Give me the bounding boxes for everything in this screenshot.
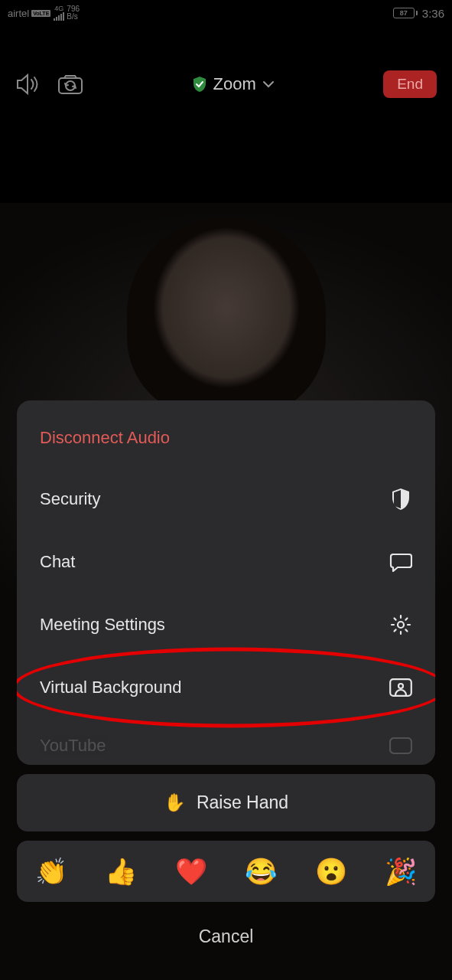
menu-item-label: Disconnect Audio xyxy=(40,428,170,448)
raised-hand-icon: ✋ xyxy=(164,792,186,813)
reaction-heart[interactable]: ❤️ xyxy=(175,856,207,887)
reaction-joy[interactable]: 😂 xyxy=(245,856,277,887)
menu-item-label: Chat xyxy=(40,552,75,572)
reactions-bar: 👏 👍 ❤️ 😂 😮 🎉 xyxy=(17,841,435,902)
shield-icon xyxy=(389,488,412,511)
speaker-icon[interactable] xyxy=(15,73,41,96)
top-controls: Zoom End xyxy=(0,23,452,115)
title-area[interactable]: Zoom xyxy=(193,74,274,94)
svg-point-3 xyxy=(398,684,403,688)
raise-hand-button[interactable]: ✋ Raise Hand xyxy=(17,774,435,831)
menu-item-security[interactable]: Security xyxy=(17,468,435,531)
reaction-clap[interactable]: 👏 xyxy=(35,856,67,887)
meeting-title: Zoom xyxy=(213,74,255,94)
menu-item-label: Meeting Settings xyxy=(40,615,165,635)
menu-item-label: YouTube xyxy=(40,736,106,756)
cancel-label: Cancel xyxy=(199,926,254,946)
menu-item-meeting-settings[interactable]: Meeting Settings xyxy=(17,593,435,656)
end-button[interactable]: End xyxy=(383,70,437,98)
chevron-down-icon xyxy=(262,80,275,88)
menu-item-virtual-background[interactable]: Virtual Background xyxy=(17,656,435,719)
reaction-tada[interactable]: 🎉 xyxy=(385,856,417,887)
virtual-background-icon xyxy=(389,676,412,699)
switch-camera-icon[interactable] xyxy=(57,73,84,96)
gear-icon xyxy=(389,613,412,636)
menu-item-disconnect-audio[interactable]: Disconnect Audio xyxy=(17,408,435,468)
menu-item-chat[interactable]: Chat xyxy=(17,531,435,593)
menu-item-youtube[interactable]: YouTube xyxy=(17,719,435,757)
more-menu-sheet: Disconnect Audio Security Chat Meeting S… xyxy=(17,400,435,969)
svg-point-1 xyxy=(398,622,404,628)
menu-list: Disconnect Audio Security Chat Meeting S… xyxy=(17,400,435,765)
raise-hand-label: Raise Hand xyxy=(197,792,288,813)
cancel-button[interactable]: Cancel xyxy=(17,911,435,969)
end-button-label: End xyxy=(397,76,423,92)
chat-bubble-icon xyxy=(389,550,412,573)
encryption-shield-icon xyxy=(193,77,206,92)
menu-item-label: Virtual Background xyxy=(40,678,182,697)
menu-item-label: Security xyxy=(40,489,100,509)
svg-rect-4 xyxy=(390,738,411,753)
reaction-thumbs-up[interactable]: 👍 xyxy=(105,856,137,887)
reaction-open-mouth[interactable]: 😮 xyxy=(315,856,347,887)
youtube-icon xyxy=(389,734,412,757)
